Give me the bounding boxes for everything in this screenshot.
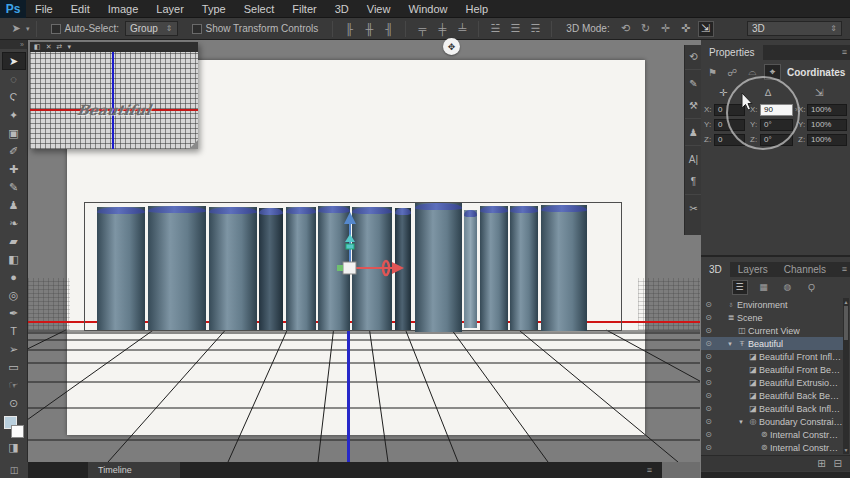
- scrollbar-thumb[interactable]: [844, 306, 848, 340]
- scroll-up-icon[interactable]: ▲: [843, 299, 849, 305]
- extruded-letter-shape[interactable]: [541, 205, 587, 331]
- menu-item-filter[interactable]: Filter: [283, 0, 325, 18]
- visibility-eye-icon[interactable]: ⊙: [701, 300, 716, 309]
- tree-row-beautiful-back-inflation-m[interactable]: ⊙◪Beautiful Back Inflation M...: [701, 402, 843, 415]
- show-transform-checkbox[interactable]: [192, 24, 202, 34]
- eyedropper-tool[interactable]: ✐: [2, 142, 26, 160]
- move-tool-icon[interactable]: ➤: [8, 21, 24, 37]
- align-bottom-edges-icon[interactable]: ╧: [454, 21, 470, 37]
- visibility-eye-icon[interactable]: ⊙: [701, 326, 716, 335]
- panel-menu-icon[interactable]: ≡: [842, 264, 847, 274]
- menu-item-help[interactable]: Help: [457, 0, 498, 18]
- zoom-tool[interactable]: ⊙: [2, 394, 26, 412]
- panel-menu-icon[interactable]: ≡: [842, 47, 847, 57]
- hand-tool[interactable]: ☞: [2, 376, 26, 394]
- quick-mask-icon[interactable]: ◨: [2, 438, 26, 456]
- visibility-eye-icon[interactable]: ⊙: [701, 417, 716, 426]
- tool-presets-panel-icon[interactable]: ⚒: [685, 94, 702, 116]
- tree-row-beautiful-front-inflation[interactable]: ⊙◪Beautiful Front Inflation ...: [701, 350, 843, 363]
- distribute-top-icon[interactable]: ☱: [487, 21, 503, 37]
- tree-row-beautiful-back-bevel-mate[interactable]: ⊙◪Beautiful Back Bevel Mate...: [701, 389, 843, 402]
- rotation-y-field[interactable]: 0°: [760, 119, 793, 131]
- drag-3d-camera-icon[interactable]: ✛: [658, 21, 674, 37]
- swap-view-icon[interactable]: ⇄: [57, 42, 63, 52]
- scale-z-field[interactable]: 100%: [807, 134, 847, 146]
- filter-lights-icon[interactable]: Ϙ: [804, 280, 820, 295]
- history-brush-tool[interactable]: ❧: [2, 214, 26, 232]
- crop-tool[interactable]: ▣: [2, 124, 26, 142]
- visibility-eye-icon[interactable]: ⊙: [701, 443, 716, 452]
- mesh-properties-icon[interactable]: ⚑: [704, 64, 721, 80]
- position-y-field[interactable]: 0: [714, 119, 745, 131]
- tree-row-boundary-constraint-1[interactable]: ⊙▼◎Boundary Constraint 1: [701, 415, 843, 428]
- clone-stamp-tool[interactable]: ♟: [2, 196, 26, 214]
- view-layout-icon[interactable]: ◧: [34, 42, 41, 52]
- roll-3d-camera-icon[interactable]: ↻: [638, 21, 654, 37]
- slide-3d-camera-icon[interactable]: ✜: [678, 21, 694, 37]
- view-menu-icon[interactable]: ▾: [67, 42, 71, 52]
- healing-brush-tool[interactable]: ✚: [2, 160, 26, 178]
- history-panel-icon[interactable]: ⟲: [685, 45, 702, 67]
- type-tool[interactable]: T: [2, 322, 26, 340]
- visibility-eye-icon[interactable]: ⊙: [701, 391, 716, 400]
- rotate-3d-camera-icon[interactable]: ⟲: [618, 21, 634, 37]
- position-z-field[interactable]: 0: [714, 134, 745, 146]
- align-vertical-centers-icon[interactable]: ╪: [434, 21, 450, 37]
- scale-x-field[interactable]: 100%: [807, 104, 847, 116]
- tree-row-environment[interactable]: ⊙♁Environment: [701, 298, 843, 311]
- scroll-down-icon[interactable]: ▼: [843, 447, 849, 453]
- background-color-swatch[interactable]: [11, 425, 24, 438]
- menu-item-3d[interactable]: 3D: [326, 0, 358, 18]
- visibility-eye-icon[interactable]: ⊙: [701, 404, 716, 413]
- filter-meshes-icon[interactable]: ▦: [756, 280, 772, 295]
- cap-properties-icon[interactable]: ⌓: [744, 64, 761, 80]
- extruded-letter-shape[interactable]: [415, 203, 462, 332]
- menu-item-layer[interactable]: Layer: [147, 0, 193, 18]
- rotation-z-field[interactable]: 0°: [760, 134, 793, 146]
- visibility-eye-icon[interactable]: ⊙: [701, 339, 716, 348]
- workspace-switcher[interactable]: 3D ⇕: [747, 21, 842, 36]
- disclosure-triangle-icon[interactable]: ▼: [727, 341, 736, 347]
- visibility-eye-icon[interactable]: ⊙: [701, 352, 716, 361]
- tree-row-beautiful-front-bevel-mat[interactable]: ⊙◪Beautiful Front Bevel Mat...: [701, 363, 843, 376]
- filter-materials-icon[interactable]: ◍: [780, 280, 796, 295]
- coordinates-properties-icon[interactable]: ⌖: [764, 64, 781, 80]
- auto-select-checkbox[interactable]: [51, 24, 61, 34]
- menu-item-file[interactable]: File: [26, 0, 62, 18]
- close-icon[interactable]: ✕: [46, 42, 52, 52]
- brush-tool[interactable]: ✎: [2, 178, 26, 196]
- extruded-letter-shape[interactable]: [510, 206, 538, 330]
- scrollbar[interactable]: ▲ ▼: [843, 298, 849, 454]
- screen-mode-button[interactable]: ◫: [0, 462, 28, 478]
- scale-y-field[interactable]: 100%: [807, 119, 847, 131]
- toolbar-collapse-grip[interactable]: »: [0, 40, 27, 49]
- brush-presets-panel-icon[interactable]: ✎: [685, 72, 702, 94]
- measurement-log-panel-icon[interactable]: ✂: [685, 197, 702, 219]
- menu-item-select[interactable]: Select: [235, 0, 284, 18]
- tree-row-beautiful[interactable]: ⊙▼ŦBeautiful: [701, 337, 843, 350]
- zoom-3d-camera-icon[interactable]: ⇲: [698, 21, 714, 37]
- move-tool[interactable]: ➤: [2, 52, 26, 70]
- visibility-eye-icon[interactable]: ⊙: [701, 378, 716, 387]
- align-right-edges-icon[interactable]: ╢: [381, 21, 397, 37]
- extruded-letter-shape[interactable]: [97, 207, 145, 330]
- extruded-letter-shape[interactable]: [148, 206, 206, 330]
- gradient-tool[interactable]: ◧: [2, 250, 26, 268]
- secondary-view-canvas[interactable]: Beautiful: [30, 52, 198, 149]
- align-horizontal-centers-icon[interactable]: ╫: [361, 21, 377, 37]
- distribute-center-icon[interactable]: ☰: [507, 21, 523, 37]
- extruded-letter-shape[interactable]: [209, 207, 257, 330]
- dodge-tool[interactable]: ◎: [2, 286, 26, 304]
- shape-tool[interactable]: ▭: [2, 358, 26, 376]
- extruded-letter-shape[interactable]: [464, 210, 477, 328]
- quick-selection-tool[interactable]: ✦: [2, 106, 26, 124]
- new-item-icon[interactable]: ⊞: [817, 458, 825, 469]
- tool-preset-caret-icon[interactable]: ▾: [26, 25, 30, 33]
- deform-properties-icon[interactable]: ☍: [724, 64, 741, 80]
- tab-properties[interactable]: Properties: [701, 45, 763, 60]
- tab-channels[interactable]: Channels: [776, 262, 834, 277]
- tab-timeline[interactable]: Timeline: [88, 462, 180, 478]
- visibility-eye-icon[interactable]: ⊙: [701, 430, 716, 439]
- 3d-axis-widget[interactable]: [328, 200, 418, 280]
- visibility-eye-icon[interactable]: ⊙: [701, 313, 716, 322]
